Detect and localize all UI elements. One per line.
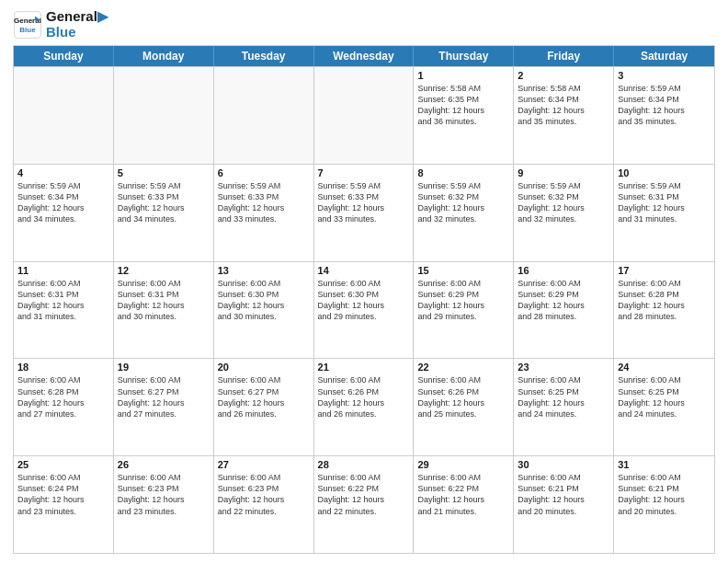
day-info: Sunrise: 6:00 AM Sunset: 6:22 PM Dayligh… — [318, 472, 410, 517]
weekday-header: Friday — [514, 46, 614, 66]
calendar-cell: 2Sunrise: 5:58 AM Sunset: 6:34 PM Daylig… — [514, 67, 614, 164]
weekday-header: Sunday — [14, 46, 114, 66]
day-number: 27 — [218, 459, 310, 470]
day-info: Sunrise: 6:00 AM Sunset: 6:26 PM Dayligh… — [318, 374, 410, 419]
day-number: 31 — [618, 459, 711, 470]
day-number: 17 — [618, 265, 711, 276]
calendar-cell: 28Sunrise: 6:00 AM Sunset: 6:22 PM Dayli… — [314, 456, 415, 553]
calendar-cell: 12Sunrise: 6:00 AM Sunset: 6:31 PM Dayli… — [114, 262, 214, 359]
calendar-row: 25Sunrise: 6:00 AM Sunset: 6:24 PM Dayli… — [14, 455, 714, 553]
weekday-header: Saturday — [614, 46, 714, 66]
day-number: 10 — [618, 167, 711, 178]
day-info: Sunrise: 6:00 AM Sunset: 6:27 PM Dayligh… — [118, 374, 210, 419]
day-info: Sunrise: 6:00 AM Sunset: 6:31 PM Dayligh… — [118, 278, 210, 323]
calendar-cell: 20Sunrise: 6:00 AM Sunset: 6:27 PM Dayli… — [214, 359, 314, 455]
day-number: 4 — [17, 167, 109, 178]
logo-text: General▶ — [46, 9, 108, 25]
day-number: 12 — [118, 265, 210, 276]
calendar-row: 4Sunrise: 5:59 AM Sunset: 6:34 PM Daylig… — [14, 164, 714, 261]
day-number: 29 — [417, 459, 509, 470]
calendar-cell — [214, 67, 314, 164]
calendar-cell: 18Sunrise: 6:00 AM Sunset: 6:28 PM Dayli… — [14, 359, 114, 455]
calendar-cell: 7Sunrise: 5:59 AM Sunset: 6:33 PM Daylig… — [314, 165, 415, 261]
calendar-cell: 6Sunrise: 5:59 AM Sunset: 6:33 PM Daylig… — [214, 165, 314, 261]
calendar-cell: 16Sunrise: 6:00 AM Sunset: 6:29 PM Dayli… — [514, 262, 614, 359]
day-number: 15 — [417, 265, 509, 276]
calendar-cell: 31Sunrise: 6:00 AM Sunset: 6:21 PM Dayli… — [614, 456, 714, 553]
calendar: SundayMondayTuesdayWednesdayThursdayFrid… — [13, 45, 715, 554]
day-info: Sunrise: 6:00 AM Sunset: 6:25 PM Dayligh… — [618, 374, 711, 419]
day-info: Sunrise: 6:00 AM Sunset: 6:23 PM Dayligh… — [218, 472, 310, 517]
day-info: Sunrise: 6:00 AM Sunset: 6:30 PM Dayligh… — [318, 278, 410, 323]
calendar-cell: 30Sunrise: 6:00 AM Sunset: 6:21 PM Dayli… — [514, 456, 614, 553]
day-info: Sunrise: 6:00 AM Sunset: 6:23 PM Dayligh… — [118, 472, 210, 517]
day-number: 7 — [318, 167, 410, 178]
calendar-cell: 10Sunrise: 5:59 AM Sunset: 6:31 PM Dayli… — [614, 165, 714, 261]
weekday-header: Wednesday — [314, 46, 415, 66]
day-info: Sunrise: 6:00 AM Sunset: 6:29 PM Dayligh… — [417, 278, 509, 323]
day-number: 1 — [417, 70, 509, 81]
calendar-cell: 25Sunrise: 6:00 AM Sunset: 6:24 PM Dayli… — [14, 456, 114, 553]
day-info: Sunrise: 5:59 AM Sunset: 6:31 PM Dayligh… — [618, 180, 711, 225]
calendar-cell: 1Sunrise: 5:58 AM Sunset: 6:35 PM Daylig… — [414, 67, 514, 164]
day-number: 18 — [17, 362, 109, 373]
calendar-cell: 17Sunrise: 6:00 AM Sunset: 6:28 PM Dayli… — [614, 262, 714, 359]
day-info: Sunrise: 6:00 AM Sunset: 6:28 PM Dayligh… — [618, 278, 711, 323]
day-number: 23 — [518, 362, 609, 373]
calendar-cell — [14, 67, 114, 164]
day-number: 28 — [318, 459, 410, 470]
day-number: 9 — [518, 167, 609, 178]
day-info: Sunrise: 5:58 AM Sunset: 6:34 PM Dayligh… — [518, 83, 609, 128]
day-info: Sunrise: 6:00 AM Sunset: 6:28 PM Dayligh… — [17, 374, 109, 419]
logo-blue: Blue — [46, 25, 108, 40]
day-info: Sunrise: 6:00 AM Sunset: 6:21 PM Dayligh… — [618, 472, 711, 517]
weekday-header: Thursday — [414, 46, 514, 66]
day-number: 16 — [518, 265, 609, 276]
header: General Blue General▶ Blue — [13, 9, 715, 40]
day-info: Sunrise: 5:59 AM Sunset: 6:34 PM Dayligh… — [17, 180, 109, 225]
day-number: 14 — [318, 265, 410, 276]
day-number: 26 — [118, 459, 210, 470]
day-info: Sunrise: 5:59 AM Sunset: 6:33 PM Dayligh… — [118, 180, 210, 225]
calendar-cell: 3Sunrise: 5:59 AM Sunset: 6:34 PM Daylig… — [614, 67, 714, 164]
weekday-header: Monday — [114, 46, 214, 66]
day-info: Sunrise: 5:59 AM Sunset: 6:33 PM Dayligh… — [318, 180, 410, 225]
day-number: 8 — [417, 167, 509, 178]
calendar-row: 18Sunrise: 6:00 AM Sunset: 6:28 PM Dayli… — [14, 358, 714, 455]
day-info: Sunrise: 5:59 AM Sunset: 6:32 PM Dayligh… — [518, 180, 609, 225]
day-number: 11 — [17, 265, 109, 276]
day-info: Sunrise: 6:00 AM Sunset: 6:26 PM Dayligh… — [417, 374, 509, 419]
day-info: Sunrise: 5:58 AM Sunset: 6:35 PM Dayligh… — [417, 83, 509, 128]
day-info: Sunrise: 6:00 AM Sunset: 6:22 PM Dayligh… — [417, 472, 509, 517]
calendar-cell: 22Sunrise: 6:00 AM Sunset: 6:26 PM Dayli… — [414, 359, 514, 455]
calendar-cell: 14Sunrise: 6:00 AM Sunset: 6:30 PM Dayli… — [314, 262, 415, 359]
calendar-cell: 24Sunrise: 6:00 AM Sunset: 6:25 PM Dayli… — [614, 359, 714, 455]
day-info: Sunrise: 5:59 AM Sunset: 6:32 PM Dayligh… — [417, 180, 509, 225]
day-number: 6 — [218, 167, 310, 178]
calendar-cell: 13Sunrise: 6:00 AM Sunset: 6:30 PM Dayli… — [214, 262, 314, 359]
page: General Blue General▶ Blue SundayMondayT… — [0, 0, 728, 563]
day-number: 30 — [518, 459, 609, 470]
calendar-row: 11Sunrise: 6:00 AM Sunset: 6:31 PM Dayli… — [14, 261, 714, 359]
day-info: Sunrise: 6:00 AM Sunset: 6:31 PM Dayligh… — [17, 278, 109, 323]
day-number: 3 — [618, 70, 711, 81]
calendar-cell: 21Sunrise: 6:00 AM Sunset: 6:26 PM Dayli… — [314, 359, 415, 455]
svg-text:Blue: Blue — [19, 26, 36, 34]
calendar-cell: 23Sunrise: 6:00 AM Sunset: 6:25 PM Dayli… — [514, 359, 614, 455]
day-number: 5 — [118, 167, 210, 178]
day-number: 13 — [218, 265, 310, 276]
day-number: 24 — [618, 362, 711, 373]
calendar-cell: 15Sunrise: 6:00 AM Sunset: 6:29 PM Dayli… — [414, 262, 514, 359]
calendar-cell: 4Sunrise: 5:59 AM Sunset: 6:34 PM Daylig… — [14, 165, 114, 261]
calendar-cell: 29Sunrise: 6:00 AM Sunset: 6:22 PM Dayli… — [414, 456, 514, 553]
calendar-cell: 27Sunrise: 6:00 AM Sunset: 6:23 PM Dayli… — [214, 456, 314, 553]
calendar-header: SundayMondayTuesdayWednesdayThursdayFrid… — [14, 46, 714, 66]
day-info: Sunrise: 6:00 AM Sunset: 6:30 PM Dayligh… — [218, 278, 310, 323]
calendar-row: 1Sunrise: 5:58 AM Sunset: 6:35 PM Daylig… — [14, 66, 714, 164]
weekday-header: Tuesday — [214, 46, 314, 66]
calendar-cell — [114, 67, 214, 164]
calendar-cell: 26Sunrise: 6:00 AM Sunset: 6:23 PM Dayli… — [114, 456, 214, 553]
day-number: 19 — [118, 362, 210, 373]
day-number: 2 — [518, 70, 609, 81]
calendar-cell: 9Sunrise: 5:59 AM Sunset: 6:32 PM Daylig… — [514, 165, 614, 261]
